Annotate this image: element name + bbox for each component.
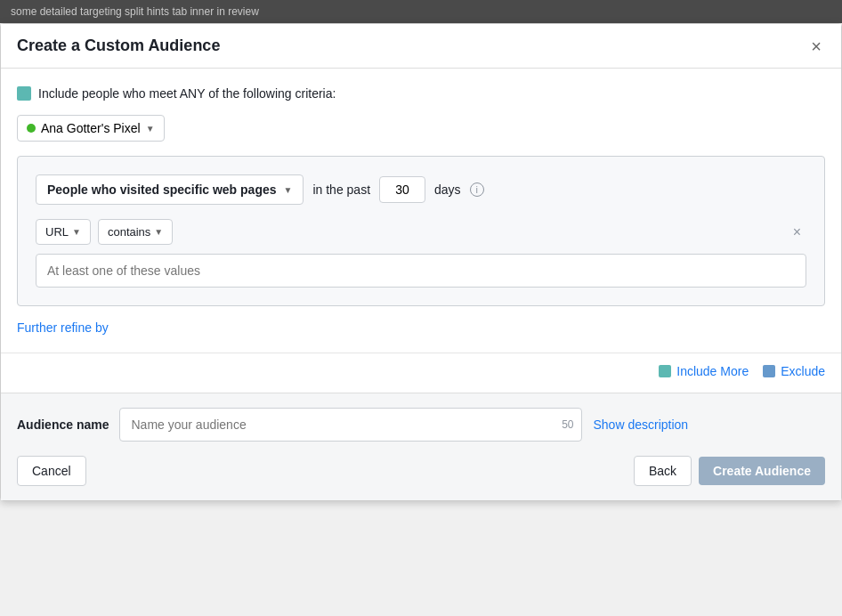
pixel-chevron-icon: ▼ [146, 124, 155, 134]
pixel-name: Ana Gotter's Pixel [41, 121, 141, 135]
web-pages-label: People who visited specific web pages [47, 182, 277, 197]
back-button[interactable]: Back [634, 456, 692, 486]
audience-name-label: Audience name [17, 417, 109, 432]
criteria-header: Include people who meet ANY of the follo… [17, 86, 825, 101]
pixel-dropdown[interactable]: Ana Gotter's Pixel ▼ [17, 115, 165, 142]
top-bar: some detailed targeting split hints tab … [0, 0, 842, 23]
contains-dropdown[interactable]: contains ▼ [98, 219, 173, 245]
days-input[interactable] [379, 176, 425, 203]
create-audience-button[interactable]: Create Audience [699, 457, 825, 485]
info-icon[interactable]: i [470, 182, 484, 197]
top-bar-text: some detailed targeting split hints tab … [11, 5, 259, 18]
values-input[interactable] [36, 254, 806, 288]
url-chevron-icon: ▼ [72, 227, 81, 237]
pixel-status-dot [27, 124, 36, 133]
modal-footer: Audience name 50 Show description Cancel… [1, 393, 841, 500]
cancel-button[interactable]: Cancel [17, 456, 86, 486]
in-the-past-label: in the past [312, 182, 370, 197]
audience-name-input[interactable] [119, 408, 582, 442]
criteria-box: People who visited specific web pages ▼ … [17, 156, 825, 306]
exclude-icon [763, 365, 775, 377]
audience-name-row: Audience name 50 Show description [17, 408, 825, 442]
show-description-button[interactable]: Show description [593, 417, 688, 432]
further-refine-link[interactable]: Further refine by [17, 320, 109, 335]
create-custom-audience-modal: Create a Custom Audience × Include peopl… [0, 23, 842, 501]
char-count: 50 [562, 418, 573, 431]
contains-label: contains [108, 225, 150, 239]
web-pages-chevron-icon: ▼ [284, 185, 293, 195]
exclude-label: Exclude [781, 364, 825, 378]
include-more-label: Include More [676, 364, 749, 378]
include-more-icon [659, 365, 671, 377]
include-more-button[interactable]: Include More [659, 364, 749, 378]
url-contains-row: URL ▼ contains ▼ × [36, 219, 806, 245]
modal-title: Create a Custom Audience [17, 36, 220, 55]
modal-header: Create a Custom Audience × [1, 24, 841, 69]
modal-body: Include people who meet ANY of the follo… [1, 69, 841, 353]
modal-backdrop: some detailed targeting split hints tab … [0, 0, 842, 616]
url-dropdown[interactable]: URL ▼ [36, 219, 91, 245]
contains-chevron-icon: ▼ [154, 227, 163, 237]
action-row: Include More Exclude [1, 353, 841, 393]
criteria-text: Include people who meet ANY of the follo… [38, 86, 336, 101]
footer-buttons: Cancel Back Create Audience [17, 456, 825, 486]
url-label: URL [45, 225, 69, 239]
web-pages-dropdown[interactable]: People who visited specific web pages ▼ [36, 174, 304, 205]
exclude-button[interactable]: Exclude [763, 364, 825, 378]
close-button[interactable]: × [807, 37, 825, 55]
remove-row-button[interactable]: × [788, 223, 806, 242]
days-label: days [434, 182, 461, 197]
teal-square-icon [17, 86, 31, 101]
right-footer-buttons: Back Create Audience [634, 456, 825, 486]
criteria-row: People who visited specific web pages ▼ … [36, 174, 806, 205]
audience-name-wrapper: 50 [119, 408, 582, 442]
